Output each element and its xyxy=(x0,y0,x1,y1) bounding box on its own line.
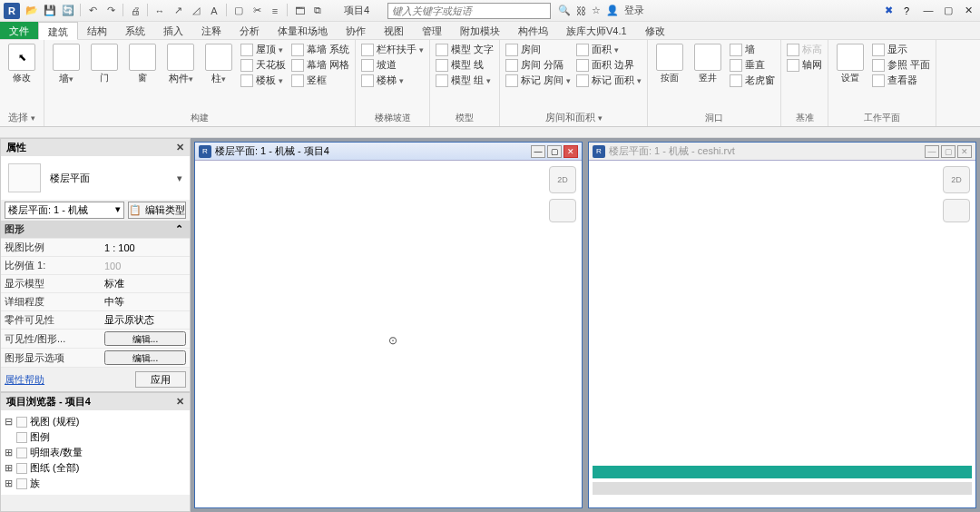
instance-selector[interactable]: 楼层平面: 1 - 机械▾ xyxy=(5,202,124,219)
properties-help-link[interactable]: 属性帮助 xyxy=(5,373,44,387)
edit-type-button[interactable]: 📋 编辑类型 xyxy=(128,202,186,219)
maximize-button[interactable]: ▢ xyxy=(940,5,956,16)
box-icon[interactable]: ▢ xyxy=(230,4,247,18)
view-close-button[interactable]: ✕ xyxy=(957,145,972,158)
toggle-icon[interactable] xyxy=(5,432,14,443)
model-group-button[interactable]: 模型 组▾ xyxy=(434,73,495,88)
tab-annotate[interactable]: 注释 xyxy=(192,22,230,39)
property-row[interactable]: 图形显示选项编辑... xyxy=(1,349,190,368)
text-icon[interactable]: A xyxy=(206,4,222,18)
property-value[interactable]: 100 xyxy=(104,261,186,271)
apply-button[interactable]: 应用 xyxy=(135,371,186,388)
tree-node[interactable]: ⊞图纸 (全部) xyxy=(5,460,186,476)
view-minimize-button[interactable]: — xyxy=(925,145,939,158)
toggle-icon[interactable]: ⊞ xyxy=(5,478,14,489)
view-titlebar[interactable]: R 楼层平面: 1 - 机械 - 项目4 — ▢ ✕ xyxy=(195,143,582,161)
property-row[interactable]: 视图比例1 : 100 xyxy=(1,239,190,257)
property-value[interactable]: 中等 xyxy=(104,295,186,309)
close-button[interactable]: ✕ xyxy=(960,5,976,16)
view-maximize-button[interactable]: ▢ xyxy=(941,145,956,158)
refplane-button[interactable]: 参照 平面 xyxy=(870,57,932,73)
login-label[interactable]: 登录 xyxy=(624,4,644,17)
view-canvas[interactable]: 2D ⊙ xyxy=(195,161,582,507)
link-icon[interactable]: ⛓ xyxy=(576,5,586,16)
close-icon[interactable]: ✕ xyxy=(176,396,184,408)
sync-icon[interactable]: 🔄 xyxy=(60,4,76,18)
curtain-system-button[interactable]: 幕墙 系统 xyxy=(289,42,351,57)
help-icon[interactable]: ? xyxy=(904,5,909,16)
shaft-button[interactable]: 竖井 xyxy=(690,42,726,88)
tab-addins[interactable]: 附加模块 xyxy=(451,22,509,39)
tab-modify[interactable]: 修改 xyxy=(636,22,674,39)
measure-icon[interactable]: ↔ xyxy=(152,4,168,18)
mullion-button[interactable]: 竖框 xyxy=(289,73,351,88)
door-button[interactable]: 门 xyxy=(86,42,122,88)
ceiling-button[interactable]: 天花板 xyxy=(239,57,288,73)
tab-architecture[interactable]: 建筑 xyxy=(38,22,78,40)
type-selector[interactable]: 楼层平面 ▾ xyxy=(1,156,190,200)
angle-icon[interactable]: ◿ xyxy=(188,4,204,18)
property-value[interactable]: 1 : 100 xyxy=(104,242,186,253)
close-icon[interactable]: ✕ xyxy=(176,142,184,153)
viewer-button[interactable]: 查看器 xyxy=(870,73,932,88)
tab-insert[interactable]: 插入 xyxy=(154,22,192,39)
user-icon[interactable]: 👤 xyxy=(606,5,619,16)
view-titlebar[interactable]: R 楼层平面: 1 - 机械 - ceshi.rvt — ▢ ✕ xyxy=(589,143,975,161)
room-button[interactable]: 房间 xyxy=(504,42,573,57)
minimize-button[interactable]: — xyxy=(920,5,936,16)
property-row[interactable]: 详细程度中等 xyxy=(1,293,190,311)
print-icon[interactable]: 🖨 xyxy=(127,4,143,18)
tab-goujianwu[interactable]: 构件坞 xyxy=(509,22,557,39)
modify-button[interactable]: ⬉ 修改 xyxy=(4,42,40,86)
curtain-grid-button[interactable]: 幕墙 网格 xyxy=(289,57,351,73)
wall-opening-button[interactable]: 墙 xyxy=(728,42,777,57)
tab-file[interactable]: 文件 xyxy=(0,22,38,39)
panel-icon[interactable]: ⧉ xyxy=(309,4,326,18)
edit-button[interactable]: 编辑... xyxy=(104,350,186,365)
tree-node[interactable]: ⊞明细表/数量 xyxy=(5,445,186,460)
tag-room-button[interactable]: 标记 房间▾ xyxy=(504,73,573,88)
nav-cube[interactable]: 2D xyxy=(943,166,970,193)
show-button[interactable]: 显示 xyxy=(870,42,932,57)
level-button[interactable]: 标高 xyxy=(785,42,824,57)
area-button[interactable]: 面积▾ xyxy=(574,42,643,57)
set-button[interactable]: 设置 xyxy=(832,42,868,88)
search-input[interactable] xyxy=(387,3,551,19)
project-browser-header[interactable]: 项目浏览器 - 项目4 ✕ xyxy=(1,393,190,410)
tab-view[interactable]: 视图 xyxy=(375,22,413,39)
redo-icon[interactable]: ↷ xyxy=(103,4,119,18)
chevron-down-icon[interactable]: ▾ xyxy=(177,172,182,184)
property-value[interactable]: 标准 xyxy=(104,277,186,290)
crop-icon[interactable]: ✂ xyxy=(249,4,265,18)
model-text-button[interactable]: 模型 文字 xyxy=(434,42,495,57)
tree-node[interactable]: ⊞族 xyxy=(5,476,186,491)
tab-massing[interactable]: 体量和场地 xyxy=(269,22,337,39)
tree-node[interactable]: ⊟视图 (规程) xyxy=(5,414,186,429)
toggle-icon[interactable]: ⊟ xyxy=(5,416,14,428)
line-icon[interactable]: ↗ xyxy=(170,4,186,18)
tab-manage[interactable]: 管理 xyxy=(413,22,451,39)
edit-icon[interactable]: 🗔 xyxy=(291,4,308,18)
vertical-button[interactable]: 垂直 xyxy=(728,57,777,73)
save-icon[interactable]: 💾 xyxy=(42,4,58,18)
category-row[interactable]: 图形⌃ xyxy=(1,221,190,239)
view-maximize-button[interactable]: ▢ xyxy=(547,145,562,158)
find-icon[interactable]: 🔍 xyxy=(558,5,571,16)
property-value[interactable]: 编辑... xyxy=(104,331,186,346)
floor-button[interactable]: 楼板▾ xyxy=(239,73,288,88)
tab-analyze[interactable]: 分析 xyxy=(230,22,269,39)
room-sep-button[interactable]: 房间 分隔 xyxy=(504,57,573,73)
area-boundary-button[interactable]: 面积 边界 xyxy=(574,57,643,73)
toggle-icon[interactable]: ⊞ xyxy=(5,447,14,458)
window-button[interactable]: 窗 xyxy=(124,42,161,88)
undo-icon[interactable]: ↶ xyxy=(84,4,101,18)
property-value[interactable]: 显示原状态 xyxy=(104,313,186,327)
property-row[interactable]: 比例值 1:100 xyxy=(1,257,190,275)
tree-node[interactable]: 图例 xyxy=(5,429,186,445)
grid-button[interactable]: 轴网 xyxy=(785,57,824,73)
tab-structure[interactable]: 结构 xyxy=(78,22,116,39)
nav-cube[interactable]: 2D xyxy=(549,166,576,193)
star-icon[interactable]: ☆ xyxy=(592,5,601,16)
view-close-button[interactable]: ✕ xyxy=(564,145,578,158)
property-row[interactable]: 显示模型标准 xyxy=(1,275,190,293)
